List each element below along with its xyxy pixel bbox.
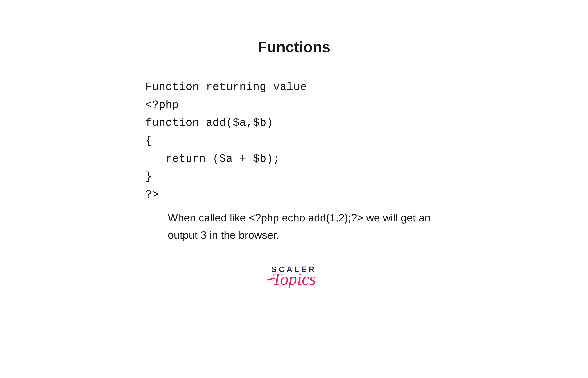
code-block: Function returning value <?php function … — [145, 78, 307, 204]
code-line-2: <?php — [145, 99, 179, 111]
explanation-text: When called like <?php echo add(1,2);?> … — [168, 209, 439, 244]
page-title: Functions — [258, 38, 330, 56]
code-line-4: { — [145, 135, 152, 147]
code-line-7: ?> — [145, 189, 159, 201]
code-line-1: Function returning value — [145, 81, 307, 93]
code-line-5: return (Sa + $b); — [145, 153, 280, 165]
code-line-3: function add($a,$b) — [145, 117, 273, 129]
content-wrapper: Function returning value <?php function … — [145, 78, 443, 244]
logo-product-text: Topics — [272, 270, 316, 287]
code-line-6: } — [145, 171, 152, 183]
brand-logo: SCALER Topics — [271, 265, 317, 287]
